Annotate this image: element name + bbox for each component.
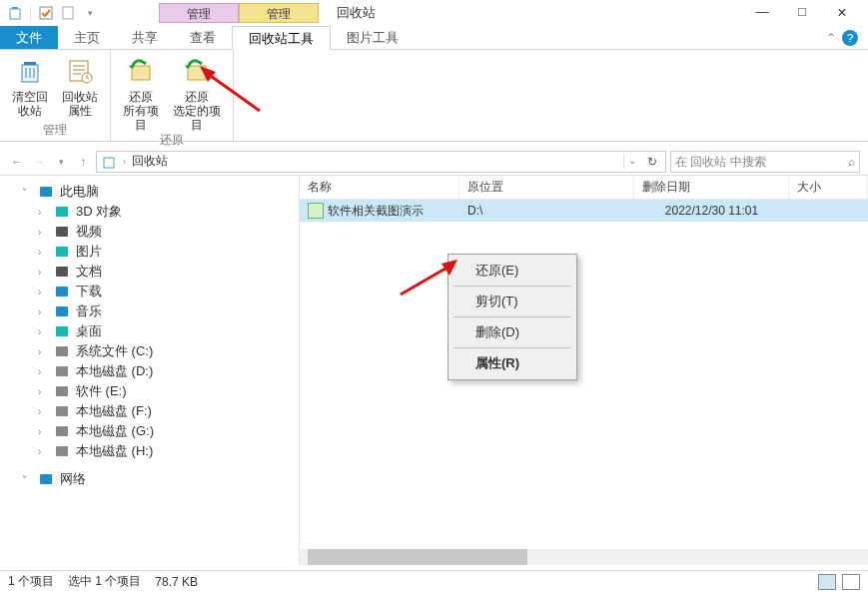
breadcrumb[interactable]: 回收站 xyxy=(132,153,168,170)
ribbon-collapse-icon[interactable]: ⌃ xyxy=(826,31,836,45)
tree-item[interactable]: ›本地磁盘 (H:) xyxy=(10,441,299,461)
expand-icon[interactable]: › xyxy=(38,207,48,218)
recycle-bin-properties-button[interactable]: 回收站属性 xyxy=(58,54,102,118)
context-tab-tools-1[interactable]: 管理 xyxy=(159,3,239,23)
tree-item[interactable]: ›视频 xyxy=(10,222,299,242)
recycle-bin-icon xyxy=(8,54,52,88)
restore-selected-button[interactable]: 还原选定的项目 xyxy=(169,54,225,132)
expand-icon[interactable]: › xyxy=(38,446,48,457)
col-size[interactable]: 大小 xyxy=(789,176,868,199)
expand-icon[interactable]: ˅ xyxy=(22,187,32,198)
restore-selected-icon xyxy=(169,54,225,88)
file-row[interactable]: 软件相关截图演示 D:\ 2022/12/30 11:01 xyxy=(300,200,868,222)
tree-item[interactable]: ›文档 xyxy=(10,262,299,282)
nav-tree[interactable]: ˅此电脑›3D 对象›视频›图片›文档›下载›音乐›桌面›系统文件 (C:)›本… xyxy=(0,176,300,565)
documents-icon xyxy=(54,264,70,280)
thumbnails-view-icon[interactable] xyxy=(842,574,860,590)
recycle-bin-small-icon xyxy=(101,154,117,170)
help-icon[interactable]: ? xyxy=(842,30,858,46)
tree-item[interactable]: ›本地磁盘 (D:) xyxy=(10,361,299,381)
expand-icon[interactable]: › xyxy=(38,406,48,417)
address-dropdown-icon[interactable]: ⌄ xyxy=(623,155,640,169)
restore-all-button[interactable]: 还原所有项目 xyxy=(119,54,163,132)
tree-item[interactable]: ›系统文件 (C:) xyxy=(10,341,299,361)
maximize-button[interactable]: □ xyxy=(792,4,812,22)
tree-item[interactable]: ›图片 xyxy=(10,242,299,262)
chevron-right-icon[interactable]: › xyxy=(123,157,126,167)
group-label: 管理 xyxy=(8,122,102,139)
expand-icon[interactable]: › xyxy=(38,247,48,258)
tree-label: 此电脑 xyxy=(60,183,99,201)
expand-icon[interactable]: › xyxy=(38,267,48,278)
context-tab-tools-2[interactable]: 管理 xyxy=(239,3,319,23)
expand-icon[interactable]: › xyxy=(38,306,48,317)
tree-label: 图片 xyxy=(76,243,102,261)
tree-label: 本地磁盘 (G:) xyxy=(76,422,154,440)
tree-label: 本地磁盘 (H:) xyxy=(76,442,153,460)
refresh-icon[interactable]: ↻ xyxy=(643,155,661,169)
horizontal-scrollbar[interactable] xyxy=(300,549,868,565)
menu-delete[interactable]: 删除(D) xyxy=(451,319,573,345)
tab-image-tools[interactable]: 图片工具 xyxy=(331,26,415,49)
svg-rect-8 xyxy=(132,66,150,80)
expand-icon[interactable]: › xyxy=(38,346,48,357)
tab-share[interactable]: 共享 xyxy=(116,26,174,49)
menu-restore[interactable]: 还原(E) xyxy=(451,258,573,284)
empty-recycle-bin-button[interactable]: 清空回收站 xyxy=(8,54,52,118)
expand-icon[interactable]: › xyxy=(38,366,48,377)
tree-item[interactable]: ›桌面 xyxy=(10,321,299,341)
checkbox-checked-icon[interactable] xyxy=(37,4,55,22)
address-bar[interactable]: › 回收站 ⌄ ↻ xyxy=(96,151,666,173)
back-button[interactable]: ← xyxy=(8,153,26,171)
tab-home[interactable]: 主页 xyxy=(58,26,116,49)
minimize-button[interactable]: — xyxy=(752,4,772,22)
drive-icon xyxy=(54,423,70,439)
tree-item[interactable]: ›软件 (E:) xyxy=(10,381,299,401)
drive-icon xyxy=(54,343,70,359)
expand-icon[interactable]: › xyxy=(38,227,48,238)
expand-icon[interactable]: › xyxy=(38,426,48,437)
tree-item[interactable]: ›音乐 xyxy=(10,301,299,321)
tree-item[interactable]: ›本地磁盘 (F:) xyxy=(10,401,299,421)
up-button[interactable]: ↑ xyxy=(74,153,92,171)
tab-file[interactable]: 文件 xyxy=(0,26,58,49)
close-button[interactable]: × xyxy=(832,4,852,22)
svg-rect-12 xyxy=(56,207,68,217)
col-deleted-date[interactable]: 删除日期 xyxy=(634,176,789,199)
svg-rect-21 xyxy=(56,386,68,396)
recent-dropdown-icon[interactable]: ▾ xyxy=(52,153,70,171)
desktop-icon xyxy=(54,323,70,339)
tree-item[interactable]: ›本地磁盘 (G:) xyxy=(10,421,299,441)
3d-icon xyxy=(54,204,70,220)
tree-item[interactable]: ˅此电脑 xyxy=(10,182,299,202)
tree-item[interactable]: ›下载 xyxy=(10,282,299,301)
qat-dropdown-icon[interactable]: ▾ xyxy=(81,4,99,22)
menu-properties[interactable]: 属性(R) xyxy=(451,350,573,376)
expand-icon[interactable]: › xyxy=(38,287,48,297)
scrollbar-thumb[interactable] xyxy=(308,549,527,565)
search-box[interactable]: ⌕ xyxy=(670,151,860,173)
svg-rect-2 xyxy=(40,7,52,19)
tree-item[interactable]: ›3D 对象 xyxy=(10,202,299,222)
qat-separator xyxy=(30,5,31,21)
tree-label: 系统文件 (C:) xyxy=(76,342,153,360)
svg-rect-20 xyxy=(56,366,68,376)
file-listing: 名称 原位置 删除日期 大小 软件相关截图演示 D:\ 2022/12/30 1… xyxy=(300,176,868,565)
expand-icon[interactable]: ˅ xyxy=(22,474,32,485)
details-view-icon[interactable] xyxy=(818,574,836,590)
tree-item[interactable]: ˅网络 xyxy=(10,469,299,489)
forward-button[interactable]: → xyxy=(30,153,48,171)
search-input[interactable] xyxy=(675,155,848,169)
svg-rect-9 xyxy=(188,66,206,80)
col-name[interactable]: 名称 xyxy=(300,176,459,199)
expand-icon[interactable]: › xyxy=(38,326,48,337)
expand-icon[interactable]: › xyxy=(38,386,48,397)
tree-label: 本地磁盘 (F:) xyxy=(76,402,152,420)
col-original[interactable]: 原位置 xyxy=(459,176,634,199)
tab-view[interactable]: 查看 xyxy=(174,26,232,49)
tab-recycle-tools[interactable]: 回收站工具 xyxy=(232,26,331,50)
properties-icon xyxy=(58,54,102,88)
menu-cut[interactable]: 剪切(T) xyxy=(451,289,573,314)
blank-doc-icon[interactable] xyxy=(59,4,77,22)
search-icon[interactable]: ⌕ xyxy=(848,155,855,169)
